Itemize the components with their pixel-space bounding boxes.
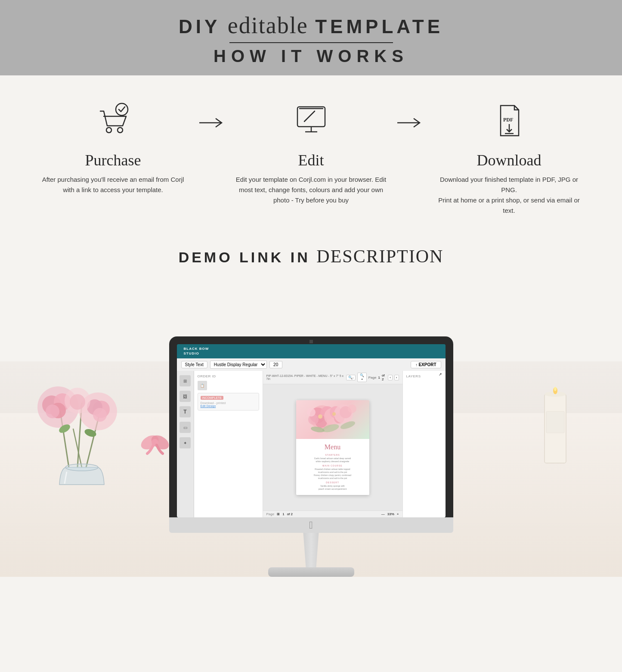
arrow-right-icon-2 bbox=[397, 114, 423, 131]
ribbon-bow bbox=[138, 430, 172, 456]
app-brand-logo: BLACK BOW studio bbox=[184, 347, 209, 356]
order-card: INCOMPLETE Download - printed Edit Desig… bbox=[198, 393, 259, 411]
menu-starters-title: STARTERS bbox=[300, 454, 366, 456]
imac-bezel: BLACK BOW studio Style Text Hustle Displ… bbox=[169, 336, 453, 517]
flowers-vase-svg bbox=[34, 342, 129, 489]
zoom-plus-btn[interactable]: + bbox=[397, 512, 399, 516]
menu-card-content: Menu STARTERS Garlic bread artisan salad… bbox=[296, 439, 369, 495]
svg-point-47 bbox=[318, 414, 322, 419]
apple-logo-icon:  bbox=[309, 520, 313, 531]
step-download: PDF Download Download your finished temp… bbox=[432, 97, 587, 216]
order-id-label: ORDER ID bbox=[198, 374, 259, 378]
menu-dessert-line1: Vanilla sticky sponge with bbox=[300, 485, 366, 487]
font-select[interactable]: Hustle Display Regular bbox=[210, 361, 267, 369]
sidebar-image-icon[interactable]: 🖼 bbox=[179, 391, 191, 402]
step-edit: Edit Edit your template on Corjl.com in … bbox=[234, 97, 389, 205]
sidebar-text-icon[interactable]: T bbox=[179, 406, 191, 417]
ribbon-svg bbox=[138, 430, 172, 456]
app-topbar: BLACK BOW studio bbox=[177, 344, 446, 358]
menu-main-line2: mushrooms and salt to the pot bbox=[300, 471, 366, 473]
diy-label: DIY bbox=[179, 16, 220, 37]
monitor-section: BLACK BOW studio Style Text Hustle Displ… bbox=[0, 275, 622, 577]
svg-line-6 bbox=[306, 111, 315, 120]
page-label: Page bbox=[368, 376, 377, 380]
menu-dessert-line2: peach cream accompaniment bbox=[300, 488, 366, 490]
editable-label: editable bbox=[228, 12, 308, 38]
prev-page-button[interactable]: ‹ bbox=[388, 375, 393, 380]
imac-stand-neck bbox=[298, 533, 324, 567]
app-layers-panel: LAYERS ↗ bbox=[402, 371, 446, 517]
cart-check-icon bbox=[92, 99, 135, 142]
app-body: ⊞ 🖼 T ▭ ✦ ORDER ID 📋 bbox=[177, 371, 446, 517]
purchase-icon-container bbox=[36, 97, 191, 144]
download-desc: Download your finished template in PDF, … bbox=[432, 174, 587, 216]
zoom-minus-btn[interactable]: — bbox=[381, 512, 385, 516]
monitor-edit-icon bbox=[290, 99, 333, 142]
imac-screen: BLACK BOW studio Style Text Hustle Displ… bbox=[177, 344, 446, 517]
svg-point-28 bbox=[70, 394, 85, 410]
menu-card: Menu STARTERS Garlic bread artisan salad… bbox=[296, 400, 369, 495]
zoom-in-button[interactable]: 🔍+ bbox=[357, 373, 366, 382]
app-sidebar: ⊞ 🖼 T ▭ ✦ bbox=[177, 371, 194, 517]
export-button[interactable]: ↑ EXPORT bbox=[411, 361, 441, 368]
demo-title: DEMO LINK IN description bbox=[9, 246, 613, 267]
page-indicator: Page bbox=[266, 512, 275, 516]
edit-desc: Edit your template on Corjl.com in your … bbox=[234, 174, 389, 205]
app-toolbar: Style Text Hustle Display Regular 20 ↑ E… bbox=[177, 358, 446, 371]
candle-vase bbox=[532, 368, 579, 482]
edit-title: Edit bbox=[234, 151, 389, 169]
arrow-right-icon-1 bbox=[199, 114, 225, 131]
imac-chin:  bbox=[169, 517, 453, 533]
arrow-2 bbox=[389, 97, 432, 131]
font-size-display: 20 bbox=[269, 361, 282, 368]
template-label: TEMPLATE bbox=[315, 16, 443, 37]
svg-point-26 bbox=[93, 408, 107, 422]
description-script-label: description bbox=[316, 246, 443, 266]
zoom-out-button[interactable]: 🔍- bbox=[346, 375, 356, 380]
svg-point-22 bbox=[46, 404, 59, 418]
app-ui: BLACK BOW studio Style Text Hustle Displ… bbox=[177, 344, 446, 517]
page-of-display: of 2 bbox=[287, 512, 293, 516]
svg-text:PDF: PDF bbox=[503, 117, 513, 123]
header-title-line1: DIY editable TEMPLATE bbox=[9, 12, 613, 39]
edit-design-link[interactable]: Edit Design bbox=[201, 404, 256, 408]
flowers-vase bbox=[34, 342, 129, 491]
menu-card-flowers bbox=[296, 400, 369, 439]
layers-title-label: LAYERS bbox=[406, 374, 442, 378]
step-purchase: Purchase After purchasing you'll receive… bbox=[36, 97, 191, 195]
file-name-label: PIP-WHT-12-83154- PIPER - WHITE - MENU -… bbox=[266, 374, 344, 380]
menu-starter-line1: Garlic bread artisan salad deep sameli bbox=[300, 457, 366, 460]
next-page-button[interactable]: › bbox=[394, 375, 399, 380]
page-number: 1 bbox=[378, 376, 380, 380]
menu-main-line4: mushrooms and salt to the pot bbox=[300, 477, 366, 479]
style-text-button[interactable]: Style Text bbox=[181, 361, 207, 368]
arrow-1 bbox=[191, 97, 234, 131]
svg-point-42 bbox=[307, 408, 316, 417]
sidebar-design-icon[interactable]: ⊞ bbox=[179, 375, 191, 386]
layers-expand-button[interactable]: ↗ bbox=[439, 372, 442, 376]
menu-main-line3: Honey chicken crispy panini, cornbread bbox=[300, 474, 366, 476]
imac-stand-base bbox=[268, 567, 354, 577]
svg-rect-53 bbox=[546, 411, 564, 433]
menu-main-line1: Roasted chicken artisan table topped bbox=[300, 468, 366, 470]
menu-script-title: Menu bbox=[300, 443, 366, 451]
steps-section: Purchase After purchasing you'll receive… bbox=[0, 75, 622, 233]
header-section: DIY editable TEMPLATE HOW IT WORKS bbox=[0, 0, 622, 75]
menu-starter-line2: white raspberry dressed vinaigrette bbox=[300, 460, 366, 463]
purchase-desc: After purchasing you'll receive an email… bbox=[36, 174, 191, 195]
panel-upload-icon[interactable]: 📋 bbox=[198, 381, 207, 390]
imac-monitor: BLACK BOW studio Style Text Hustle Displ… bbox=[169, 336, 453, 577]
edit-icon-container bbox=[234, 97, 389, 144]
menu-dessert-title: DESSERT bbox=[300, 481, 366, 484]
sidebar-background-icon[interactable]: ▭ bbox=[179, 422, 191, 433]
menu-flowers-svg bbox=[296, 400, 369, 439]
svg-point-48 bbox=[332, 412, 336, 416]
menu-main-title: MAIN COURSE bbox=[300, 464, 366, 467]
sidebar-elements-icon[interactable]: ✦ bbox=[179, 437, 191, 448]
demo-text-label: DEMO LINK IN bbox=[179, 249, 310, 265]
svg-point-1 bbox=[118, 128, 123, 133]
svg-line-7 bbox=[304, 120, 306, 121]
download-icon-container: PDF bbox=[432, 97, 587, 144]
canvas-area: Menu STARTERS Garlic bread artisan salad… bbox=[288, 384, 378, 510]
canvas-bottom-bar: Page ⊞ 1 of 2 — 33% + bbox=[263, 510, 402, 517]
